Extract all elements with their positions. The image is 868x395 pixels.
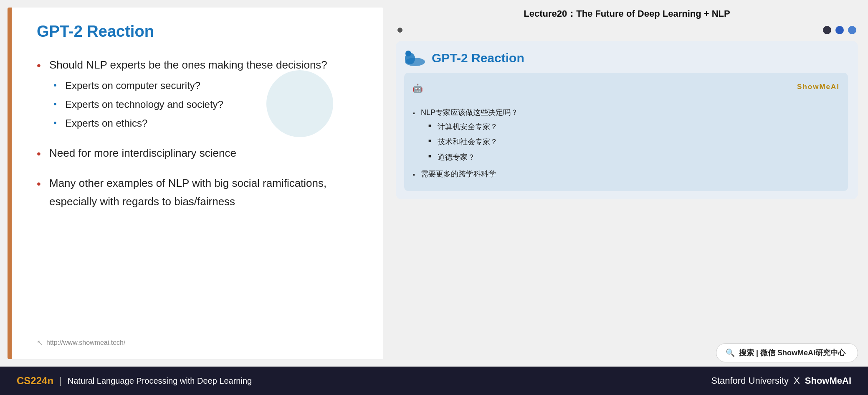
list-item: Need for more interdisciplinary science — [37, 144, 362, 162]
annotation-sub-bullets: 计算机安全专家？ 技术和社会专家？ 道德专家？ — [421, 120, 840, 164]
list-item: Should NLP experts be the ones making th… — [37, 56, 362, 132]
search-icon: 🔍 — [726, 348, 735, 357]
annotation-slide-title: GPT-2 Reaction — [404, 49, 524, 67]
nav-dot-1[interactable] — [823, 26, 831, 34]
lecture-title: Lecture20：The Future of Deep Learning + … — [396, 4, 858, 26]
nav-dot-small — [397, 28, 402, 33]
footer-left: CS224n | Natural Language Processing wit… — [17, 375, 252, 387]
slide-sub-bullets: Experts on computer security? Experts on… — [49, 77, 362, 132]
annotation-box-header: 🤖 ShowMeAI — [412, 80, 840, 99]
svg-point-2 — [405, 51, 411, 56]
bullet-text: Need for more interdisciplinary science — [49, 147, 236, 159]
footer-brand: ShowMeAI — [805, 375, 851, 386]
list-item: NLP专家应该做这些决定吗？ 计算机安全专家？ 技术和社会专家？ 道德专家？ — [412, 105, 840, 164]
footer-course: CS224n — [17, 375, 53, 387]
list-item: 技术和社会专家？ — [428, 135, 840, 149]
footer-description: Natural Language Processing with Deep Le… — [68, 376, 252, 386]
list-item: Experts on technology and society? — [53, 96, 362, 113]
right-panel: Lecture20：The Future of Deep Learning + … — [392, 0, 868, 367]
search-input[interactable]: 🔍 搜索 | 微信 ShowMeAI研究中心 — [716, 343, 858, 362]
slide-footer: ↖ http://www.showmeai.tech/ — [37, 338, 125, 347]
bullet-text: Many other examples of NLP with big soci… — [49, 177, 326, 208]
footer-separator: | — [59, 375, 62, 386]
cursor-icon: ↖ — [37, 338, 43, 347]
list-item: Experts on ethics? — [53, 115, 362, 132]
list-item: 计算机安全专家？ — [428, 120, 840, 134]
dots-right — [823, 26, 856, 34]
robot-icon: 🤖 — [412, 80, 423, 96]
slide-bullets: Should NLP experts be the ones making th… — [37, 56, 362, 222]
footer-university: Stanford University — [711, 375, 789, 386]
slide-panel: GPT-2 Reaction Should NLP experts be the… — [8, 8, 383, 359]
annotation-title: GPT-2 Reaction — [432, 51, 524, 65]
list-item: Experts on computer security? — [53, 77, 362, 94]
annotation-bullet-text: 需要更多的跨学科科学 — [421, 170, 496, 178]
footer-x: X — [794, 375, 800, 386]
dots-nav — [396, 26, 858, 34]
annotation-header: GPT-2 Reaction — [404, 49, 848, 67]
list-item: 道德专家？ — [428, 150, 840, 164]
annotation-bullet-text: NLP专家应该做这些决定吗？ — [421, 108, 518, 117]
nav-dot-2[interactable] — [835, 26, 844, 34]
list-item: 需要更多的跨学科科学 — [412, 167, 840, 181]
slide-title: GPT-2 Reaction — [37, 23, 362, 41]
footer-bar: CS224n | Natural Language Processing wit… — [0, 367, 868, 395]
list-item: Many other examples of NLP with big soci… — [37, 174, 362, 211]
showmeai-brand: ShowMeAI — [797, 80, 840, 94]
main-content: GPT-2 Reaction Should NLP experts be the… — [0, 0, 868, 367]
annotation-card: GPT-2 Reaction 🤖 ShowMeAI NLP专家应该做这些决定吗？… — [396, 41, 858, 199]
search-label: 搜索 | 微信 ShowMeAI研究中心 — [739, 348, 845, 358]
annotation-box: 🤖 ShowMeAI NLP专家应该做这些决定吗？ 计算机安全专家？ 技术和社会… — [404, 73, 848, 191]
bullet-text: Should NLP experts be the ones making th… — [49, 59, 327, 71]
slide-url: http://www.showmeai.tech/ — [46, 339, 125, 347]
wave-icon — [404, 49, 426, 67]
footer-right: Stanford University X ShowMeAI — [711, 375, 851, 386]
annotation-bullets: NLP专家应该做这些决定吗？ 计算机安全专家？ 技术和社会专家？ 道德专家？ 需… — [412, 105, 840, 181]
search-box: 🔍 搜索 | 微信 ShowMeAI研究中心 — [396, 336, 858, 362]
nav-dot-3[interactable] — [848, 26, 856, 34]
